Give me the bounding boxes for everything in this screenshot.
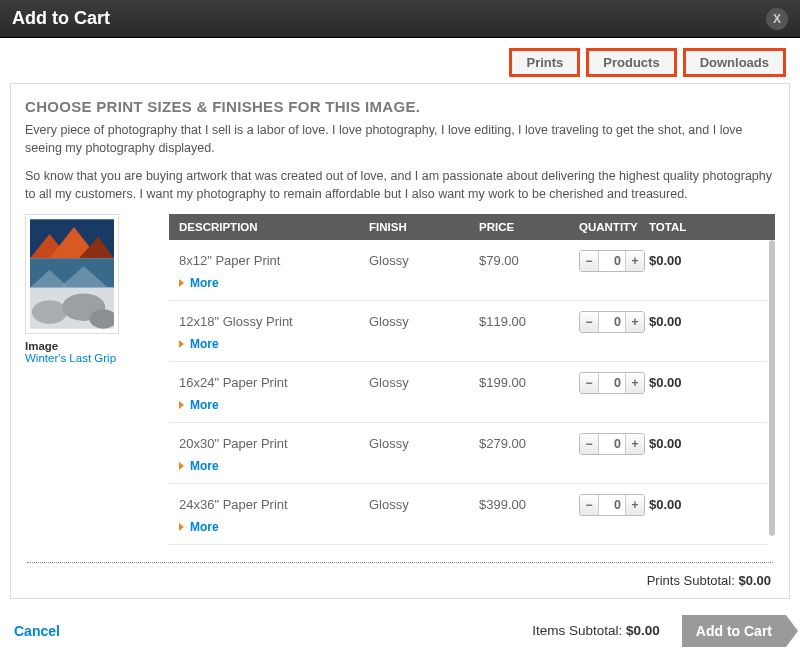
cell-finish: Glossy (369, 375, 479, 390)
image-thumb-column: Image Winter's Last Grip (25, 214, 155, 552)
prints-subtotal: Prints Subtotal: $0.00 (25, 569, 775, 588)
qty-increment-button[interactable]: + (626, 373, 644, 393)
more-link[interactable]: More (190, 276, 219, 290)
thumbnail-icon (30, 219, 114, 329)
qty-value: 0 (598, 495, 626, 515)
qty-value: 0 (598, 312, 626, 332)
quantity-stepper[interactable]: −0+ (579, 494, 645, 516)
table-row: 16x24" Paper PrintGlossy$199.00−0+$0.00 (169, 362, 767, 394)
cell-finish: Glossy (369, 314, 479, 329)
more-link[interactable]: More (190, 398, 219, 412)
cell-total: $0.00 (649, 314, 757, 329)
cell-price: $199.00 (479, 375, 579, 390)
panel-heading: CHOOSE PRINT SIZES & FINISHES FOR THIS I… (25, 98, 775, 115)
thumb-name[interactable]: Winter's Last Grip (25, 352, 155, 364)
more-link[interactable]: More (190, 459, 219, 473)
dialog-title: Add to Cart (12, 8, 110, 29)
prints-subtotal-label: Prints Subtotal: (647, 573, 739, 588)
close-icon[interactable]: X (766, 8, 788, 30)
scrollbar-thumb[interactable] (769, 240, 775, 536)
cell-quantity: −0+ (579, 433, 649, 455)
cell-price: $79.00 (479, 253, 579, 268)
qty-value: 0 (598, 373, 626, 393)
dialog-footer: Cancel Items Subtotal: $0.00 Add to Cart (0, 599, 800, 647)
chevron-right-icon (179, 401, 184, 409)
quantity-stepper[interactable]: −0+ (579, 250, 645, 272)
chevron-right-icon (179, 279, 184, 287)
cell-quantity: −0+ (579, 250, 649, 272)
tab-prints[interactable]: Prints (509, 48, 580, 77)
qty-decrement-button[interactable]: − (580, 312, 598, 332)
more-row: More (169, 272, 767, 301)
more-link[interactable]: More (190, 337, 219, 351)
chevron-right-icon (179, 462, 184, 470)
more-row: More (169, 394, 767, 423)
cell-description: 20x30" Paper Print (179, 436, 369, 451)
cell-price: $399.00 (479, 497, 579, 512)
col-price: PRICE (479, 221, 579, 233)
add-to-cart-button[interactable]: Add to Cart (682, 615, 786, 647)
cell-total: $0.00 (649, 436, 757, 451)
prints-panel: CHOOSE PRINT SIZES & FINISHES FOR THIS I… (10, 83, 790, 599)
table-row: 20x30" Paper PrintGlossy$279.00−0+$0.00 (169, 423, 767, 455)
table-header: DESCRIPTION FINISH PRICE QUANTITY TOTAL (169, 214, 775, 240)
qty-value: 0 (598, 434, 626, 454)
cell-description: 16x24" Paper Print (179, 375, 369, 390)
qty-increment-button[interactable]: + (626, 434, 644, 454)
more-link[interactable]: More (190, 520, 219, 534)
qty-decrement-button[interactable]: − (580, 373, 598, 393)
prints-subtotal-value: $0.00 (738, 573, 771, 588)
qty-decrement-button[interactable]: − (580, 495, 598, 515)
intro-paragraph-2: So know that you are buying artwork that… (25, 167, 775, 203)
svg-point-8 (32, 300, 67, 323)
chevron-right-icon (179, 340, 184, 348)
qty-increment-button[interactable]: + (626, 251, 644, 271)
qty-value: 0 (598, 251, 626, 271)
items-subtotal: Items Subtotal: $0.00 (532, 623, 660, 638)
price-table: DESCRIPTION FINISH PRICE QUANTITY TOTAL … (169, 214, 775, 552)
cell-description: 24x36" Paper Print (179, 497, 369, 512)
cell-description: 8x12" Paper Print (179, 253, 369, 268)
cell-total: $0.00 (649, 375, 757, 390)
qty-increment-button[interactable]: + (626, 495, 644, 515)
tab-products[interactable]: Products (586, 48, 676, 77)
image-thumbnail[interactable] (25, 214, 119, 334)
items-subtotal-label: Items Subtotal: (532, 623, 626, 638)
tabs: Prints Products Downloads (0, 38, 800, 83)
chevron-right-icon (179, 523, 184, 531)
divider (27, 562, 773, 563)
more-row: More (169, 516, 767, 545)
cell-finish: Glossy (369, 253, 479, 268)
table-body: 8x12" Paper PrintGlossy$79.00−0+$0.00Mor… (169, 240, 775, 552)
cell-quantity: −0+ (579, 372, 649, 394)
cell-total: $0.00 (649, 253, 757, 268)
cell-price: $119.00 (479, 314, 579, 329)
qty-decrement-button[interactable]: − (580, 434, 598, 454)
col-quantity: QUANTITY (579, 221, 649, 233)
cell-finish: Glossy (369, 436, 479, 451)
col-finish: FINISH (369, 221, 479, 233)
quantity-stepper[interactable]: −0+ (579, 372, 645, 394)
cell-total: $0.00 (649, 497, 757, 512)
scrollbar-track[interactable] (767, 240, 775, 552)
quantity-stepper[interactable]: −0+ (579, 433, 645, 455)
cell-finish: Glossy (369, 497, 479, 512)
quantity-stepper[interactable]: −0+ (579, 311, 645, 333)
cell-quantity: −0+ (579, 494, 649, 516)
col-total: TOTAL (649, 221, 765, 233)
thumb-label: Image (25, 340, 155, 352)
qty-increment-button[interactable]: + (626, 312, 644, 332)
items-subtotal-value: $0.00 (626, 623, 660, 638)
cancel-button[interactable]: Cancel (14, 623, 60, 639)
cell-price: $279.00 (479, 436, 579, 451)
table-row: 24x36" Paper PrintGlossy$399.00−0+$0.00 (169, 484, 767, 516)
panel-intro: Every piece of photography that I sell i… (25, 121, 775, 204)
intro-paragraph-1: Every piece of photography that I sell i… (25, 121, 775, 157)
more-row: More (169, 455, 767, 484)
col-description: DESCRIPTION (179, 221, 369, 233)
table-row: 8x12" Paper PrintGlossy$79.00−0+$0.00 (169, 240, 767, 272)
tab-downloads[interactable]: Downloads (683, 48, 786, 77)
more-row: More (169, 333, 767, 362)
titlebar: Add to Cart X (0, 0, 800, 38)
qty-decrement-button[interactable]: − (580, 251, 598, 271)
